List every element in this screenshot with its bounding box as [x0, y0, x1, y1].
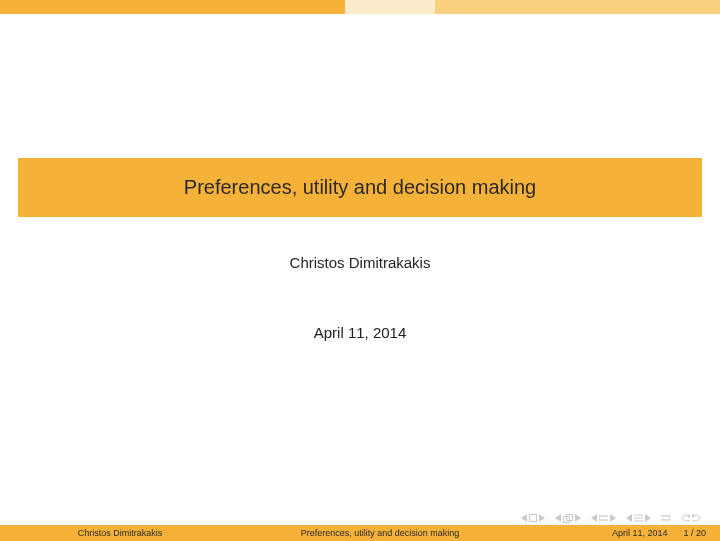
- nav-frame-group[interactable]: [555, 514, 581, 523]
- footer-author: Christos Dimitrakakis: [0, 528, 240, 538]
- nav-section-group[interactable]: [626, 514, 651, 522]
- triangle-right-icon: [610, 514, 616, 522]
- svg-rect-0: [530, 515, 537, 522]
- double-square-icon: [563, 514, 573, 523]
- triangle-left-icon: [555, 514, 561, 522]
- slide-title: Preferences, utility and decision making: [18, 158, 702, 217]
- slide-author: Christos Dimitrakakis: [0, 254, 720, 271]
- beamer-nav-symbols[interactable]: [521, 513, 702, 523]
- square-icon: [529, 514, 537, 522]
- nav-slide-group[interactable]: [521, 514, 545, 522]
- slide-footer: Christos Dimitrakakis Preferences, utili…: [0, 525, 720, 541]
- triangle-right-icon: [575, 514, 581, 522]
- section-progress-bar: [0, 0, 720, 14]
- nav-back-forward-group[interactable]: [680, 513, 702, 523]
- footer-title: Preferences, utility and decision making: [240, 528, 520, 538]
- triangle-left-icon: [521, 514, 527, 522]
- triangle-right-icon: [645, 514, 651, 522]
- triangle-left-icon: [591, 514, 597, 522]
- lines-triple-icon: [634, 514, 643, 522]
- slide-date: April 11, 2014: [0, 324, 720, 341]
- nav-appendix-group[interactable]: [661, 514, 670, 522]
- undo-redo-icon: [680, 513, 702, 523]
- triangle-left-icon: [626, 514, 632, 522]
- lines-equal-icon: [599, 514, 608, 522]
- triangle-right-icon: [539, 514, 545, 522]
- nav-subsection-group[interactable]: [591, 514, 616, 522]
- footer-page: 1 / 20: [683, 528, 706, 538]
- footer-date: April 11, 2014: [612, 528, 668, 538]
- lines-equal-icon: [661, 514, 670, 522]
